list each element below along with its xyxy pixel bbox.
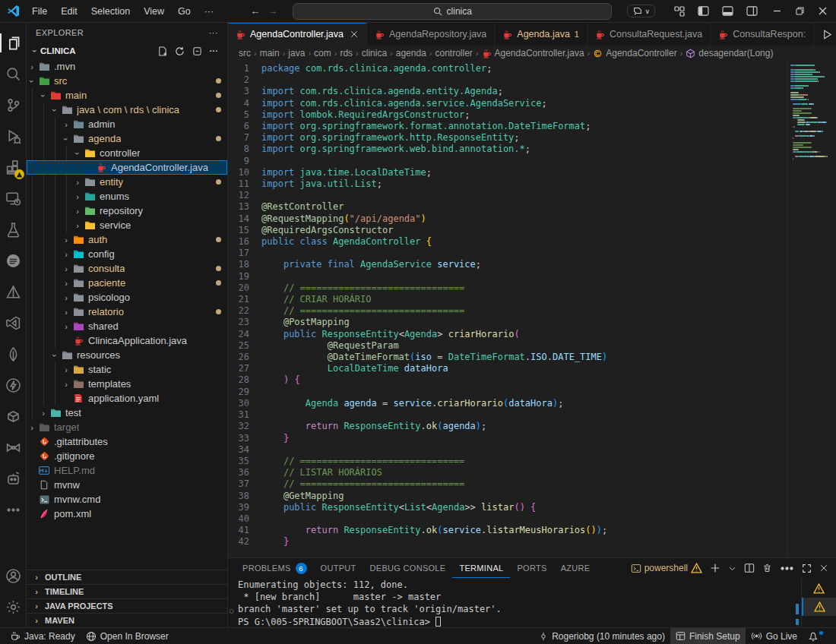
panel-tab-output[interactable]: OUTPUT <box>314 558 363 578</box>
menu-edit[interactable]: Edit <box>55 4 84 19</box>
section-more-icon[interactable]: ··· <box>210 46 219 56</box>
activity-settings-icon[interactable] <box>0 592 27 623</box>
panel-more-icon[interactable] <box>780 561 794 576</box>
section-outline[interactable]: ›OUTLINE <box>27 570 227 584</box>
tree-item-application-yaml[interactable]: application.yaml <box>27 391 227 406</box>
tree-item-target[interactable]: ›target <box>27 420 227 434</box>
tree-item-java-com-rds-clinica[interactable]: ›java \ com \ rds \ clinica <box>27 103 227 117</box>
tab-consultarespon-[interactable]: ConsultaRespon: <box>711 23 814 46</box>
kill-terminal-icon[interactable] <box>762 563 772 573</box>
tree-item-service[interactable]: ›service <box>27 218 227 232</box>
breadcrumb-item[interactable]: agenda <box>396 48 426 58</box>
activity-search-icon[interactable] <box>0 58 27 90</box>
close-panel-icon[interactable] <box>819 564 828 573</box>
panel-tab-azure[interactable]: AZURE <box>554 558 597 578</box>
scrollbar-mark[interactable] <box>796 604 799 614</box>
tree-item-resources[interactable]: ›resources <box>27 348 227 362</box>
menu-[interactable]: ··· <box>198 4 220 19</box>
breadcrumb-item[interactable]: controller <box>435 48 472 58</box>
tab-agendacontroller-java[interactable]: AgendaController.java <box>228 23 367 46</box>
activity-source-control-icon[interactable] <box>0 90 27 121</box>
restore-button[interactable] <box>789 2 812 21</box>
terminal-output[interactable]: Enumerating objects: 112, done. * [new b… <box>228 578 801 627</box>
split-terminal-icon[interactable] <box>744 563 755 573</box>
shell-selector[interactable]: powershell <box>631 563 702 573</box>
section-maven[interactable]: ›MAVEN <box>27 613 227 627</box>
maximize-panel-icon[interactable] <box>802 564 812 573</box>
new-file-icon[interactable] <box>157 46 167 56</box>
tree-item-mvnw-cmd[interactable]: mvnw.cmd <box>27 492 227 507</box>
tree-item-templates[interactable]: ›templates <box>27 377 227 391</box>
new-terminal-icon[interactable] <box>710 563 720 573</box>
activity-more-icon[interactable] <box>0 494 27 526</box>
activity-gradle-icon[interactable] <box>0 245 27 276</box>
activity-account-icon[interactable] <box>0 560 27 592</box>
back-icon[interactable]: ← <box>250 5 260 17</box>
panel-tab-terminal[interactable]: TERMINAL <box>452 558 510 578</box>
status-open-in-browser[interactable]: Open In Browser <box>81 628 174 644</box>
terminal-prompt[interactable]: PS G:\005-SPRINGBOOT\Saas2\clinica> <box>238 616 801 627</box>
tree-item-agenda[interactable]: ›agenda <box>27 131 227 146</box>
tree-item--gitignore[interactable]: .gitignore <box>27 449 227 463</box>
tree-item-entity[interactable]: ›entity <box>27 175 227 189</box>
forward-icon[interactable]: → <box>268 5 277 17</box>
activity-thunder-client-icon[interactable] <box>0 370 27 401</box>
tree-item-main[interactable]: ›main <box>27 88 227 103</box>
breadcrumb-item[interactable]: AgendaController <box>593 48 676 58</box>
breadcrumb-item[interactable]: java <box>288 48 305 58</box>
run-button[interactable] <box>822 29 833 40</box>
refresh-icon[interactable] <box>175 46 185 56</box>
tree-item-controller[interactable]: ›controller <box>27 146 227 160</box>
status-go-live[interactable]: Go Live <box>746 628 803 644</box>
minimize-button[interactable] <box>766 2 789 21</box>
activity-visual-studio-icon[interactable] <box>0 308 27 339</box>
tree-item-auth[interactable]: ›auth <box>27 232 227 247</box>
toggle-panel-icon[interactable] <box>717 2 739 21</box>
breadcrumb-item[interactable]: clinica <box>362 48 387 58</box>
tree-item-relatorio[interactable]: ›relatorio <box>27 305 227 319</box>
tree-item--mvn[interactable]: ›.mvn <box>27 59 227 74</box>
status-java-ready[interactable]: Java: Ready <box>5 628 81 644</box>
menu-go[interactable]: Go <box>172 4 197 19</box>
panel-tab-debug-console[interactable]: DEBUG CONSOLE <box>363 558 453 578</box>
tab-agenda-java[interactable]: Agenda.java1 <box>495 23 587 46</box>
activity-remote-explorer-icon[interactable] <box>0 183 27 214</box>
tree-item-paciente[interactable]: ›paciente <box>27 276 227 290</box>
breadcrumb-item[interactable]: com <box>314 48 331 58</box>
tree-item-agendacontroller-java[interactable]: AgendaController.java <box>27 160 227 175</box>
tree-item--gitattributes[interactable]: .gitattributes <box>27 434 227 449</box>
tree-item-repository[interactable]: ›repository <box>27 204 227 218</box>
breadcrumb-item[interactable]: src <box>239 48 251 58</box>
status-bell[interactable] <box>803 628 831 644</box>
tree-item-enums[interactable]: ›enums <box>27 189 227 204</box>
toggle-sidebar-left-icon[interactable] <box>693 2 714 21</box>
tab-consultarequest-java[interactable]: ConsultaRequest.java <box>587 23 711 46</box>
breadcrumb-item[interactable]: desagendar(Long) <box>686 48 773 58</box>
panel-tab-problems[interactable]: PROBLEMS6 <box>236 558 314 578</box>
activity-extensions-icon[interactable] <box>0 152 27 183</box>
explorer-more-icon[interactable]: ··· <box>209 28 218 37</box>
breadcrumb-item[interactable]: AgendaController.java <box>482 48 584 58</box>
activity-java-pack-icon[interactable] <box>0 432 27 463</box>
tree-item-clinicaapplication-java[interactable]: ClinicaApplication.java <box>27 333 227 348</box>
toggle-sidebar-right-icon[interactable] <box>742 2 763 21</box>
menu-file[interactable]: File <box>26 4 53 19</box>
tab-agendarepository-java[interactable]: AgendaRepository.java <box>367 23 495 46</box>
collapse-all-icon[interactable] <box>192 46 202 56</box>
activity-run-debug-icon[interactable] <box>0 121 27 152</box>
tree-item-help-md[interactable]: HELP.md <box>27 463 227 478</box>
editor[interactable]: 1package com.rds.clinica.agenda.controll… <box>228 61 836 557</box>
code-view[interactable]: 1package com.rds.clinica.agenda.controll… <box>228 61 787 557</box>
activity-explorer-icon[interactable] <box>0 27 27 58</box>
terminal-instance[interactable] <box>802 579 836 598</box>
activity-docker-icon[interactable] <box>0 401 27 432</box>
terminal-instance-selected[interactable] <box>802 598 836 616</box>
tree-item-test[interactable]: ›test <box>27 406 227 420</box>
copilot-button[interactable]: ∨ <box>627 5 655 17</box>
minimap[interactable] <box>787 61 836 557</box>
command-center-search[interactable]: clinica <box>293 3 612 20</box>
activity-prism-icon[interactable] <box>0 276 27 308</box>
tree-item-shared[interactable]: ›shared <box>27 319 227 333</box>
status-finish-setup[interactable]: Finish Setup <box>670 628 746 644</box>
customize-layout-icon[interactable] <box>669 2 690 21</box>
